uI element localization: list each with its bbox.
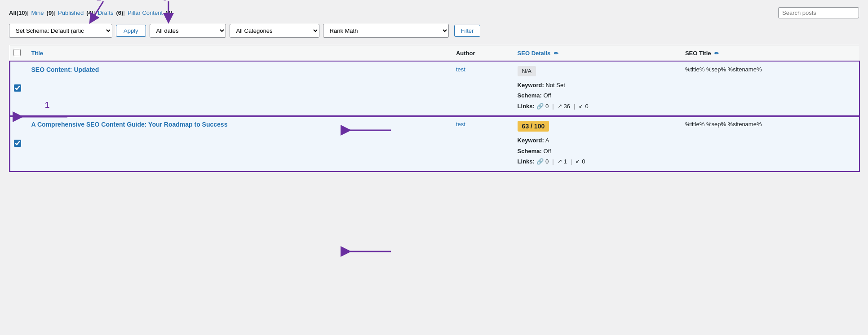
external-links-count: 1: [564, 156, 567, 167]
title-sort-link[interactable]: Title: [31, 50, 44, 57]
keyword-line: Keyword: A: [518, 135, 674, 145]
row-title-cell: SEO Content: Updated: [26, 62, 451, 116]
posts-table-body: SEO Content: UpdatedtestN/A Keyword: Not…: [10, 62, 859, 172]
filter-mine-link[interactable]: Mine: [31, 9, 44, 16]
col-header-author: Author: [451, 45, 512, 62]
other-link-icon: ↙: [576, 157, 580, 167]
filter-drafts-count: (6): [116, 9, 123, 16]
links-line: Links: 🔗 0 | ↗ 36 | ↙ 0: [518, 101, 674, 111]
select-all-checkbox[interactable]: [13, 49, 21, 56]
filter-all-count-val: (10): [17, 9, 27, 16]
apply-button[interactable]: Apply: [116, 25, 146, 37]
keyword-line: Keyword: Not Set: [518, 80, 674, 90]
filter-drafts-link[interactable]: Drafts: [98, 9, 114, 16]
bulk-action-select-wrapper[interactable]: Set Schema: Default (artic: [9, 24, 112, 38]
rank-math-select-wrapper[interactable]: Rank Math: [323, 24, 449, 38]
internal-links-count: 0: [545, 101, 549, 111]
external-links-count: 36: [564, 101, 570, 111]
posts-table-container: Title Author SEO Details ✏ SEO Title ✏: [9, 45, 859, 171]
seo-details-text: Keyword: A Schema: Off Links: 🔗 0 | ↗ 1 …: [518, 135, 674, 167]
other-links-count: 0: [585, 101, 588, 111]
table-row: SEO Content: UpdatedtestN/A Keyword: Not…: [10, 62, 859, 116]
posts-table: Title Author SEO Details ✏ SEO Title ✏: [9, 45, 859, 171]
post-title-link[interactable]: SEO Content: Updated: [31, 66, 99, 73]
filter-pillar-count: (0): [165, 9, 173, 16]
filter-pillar-link[interactable]: Pillar Content: [128, 9, 163, 16]
table-header-row: Title Author SEO Details ✏ SEO Title ✏: [10, 45, 859, 62]
row-checkbox[interactable]: [14, 140, 21, 147]
all-categories-select[interactable]: All Categories: [230, 24, 319, 37]
row-seo-details-cell: N/A Keyword: Not Set Schema: Off Links: …: [512, 62, 680, 116]
bulk-action-select[interactable]: Set Schema: Default (artic: [9, 24, 112, 37]
filter-published-count: (4): [86, 9, 93, 16]
link-icon: 🔗: [536, 156, 544, 167]
col-header-seo-details: SEO Details ✏: [512, 45, 680, 62]
filter-mine-count: (9): [47, 9, 54, 16]
seo-score-na: N/A: [518, 66, 536, 76]
author-link[interactable]: test: [456, 121, 465, 128]
internal-links-count: 0: [545, 156, 549, 167]
row-checkbox-cell[interactable]: [10, 62, 26, 116]
table-row: A Comprehensive SEO Content Guide: Your …: [10, 116, 859, 172]
other-links-count: 0: [582, 156, 585, 167]
search-posts-input[interactable]: [778, 7, 859, 18]
filter-all-label: All: [9, 9, 17, 16]
all-categories-select-wrapper[interactable]: All Categories: [230, 24, 319, 38]
col-header-title[interactable]: Title: [26, 45, 451, 62]
seo-details-edit-icon[interactable]: ✏: [554, 50, 558, 57]
post-title-link[interactable]: A Comprehensive SEO Content Guide: Your …: [31, 121, 228, 128]
row-author-cell: test: [451, 62, 512, 116]
row-seo-title-cell: %title% %sep% %sitename%: [680, 62, 859, 116]
filter-published-link[interactable]: Published: [58, 9, 84, 16]
links-line: Links: 🔗 0 | ↗ 1 | ↙ 0: [518, 156, 674, 167]
row-seo-title-cell: %title% %sep% %sitename%: [680, 116, 859, 172]
external-link-icon: ↗: [558, 101, 562, 111]
row-title-cell: A Comprehensive SEO Content Guide: Your …: [26, 116, 451, 172]
svg-text:2: 2: [97, 0, 101, 2]
external-link-icon: ↗: [558, 157, 562, 167]
row-checkbox[interactable]: [14, 84, 21, 92]
seo-title-edit-icon[interactable]: ✏: [714, 50, 719, 57]
schema-line: Schema: Off: [518, 90, 674, 101]
rank-math-select[interactable]: Rank Math: [323, 24, 448, 37]
filter-links-bar: All (10) | Mine (9) | Published (4) | Dr…: [9, 7, 859, 18]
link-icon: 🔗: [536, 101, 544, 111]
all-dates-select-wrapper[interactable]: All dates: [150, 24, 226, 38]
schema-line: Schema: Off: [518, 146, 674, 156]
row-author-cell: test: [451, 116, 512, 172]
seo-details-text: Keyword: Not Set Schema: Off Links: 🔗 0 …: [518, 80, 674, 111]
annotation-arrow-schema2: [306, 238, 395, 265]
author-link[interactable]: test: [456, 66, 465, 73]
other-link-icon: ↙: [579, 101, 583, 111]
seo-score-value: 63 / 100: [518, 121, 549, 132]
action-bar: Set Schema: Default (artic Apply All dat…: [9, 24, 859, 38]
row-checkbox-cell[interactable]: [10, 116, 26, 172]
all-dates-select[interactable]: All dates: [150, 24, 226, 37]
col-header-checkbox[interactable]: [10, 45, 26, 62]
svg-text:3: 3: [163, 0, 167, 2]
col-header-seo-title: SEO Title ✏: [680, 45, 859, 62]
row-seo-details-cell: 63 / 100 Keyword: A Schema: Off Links: 🔗…: [512, 116, 680, 172]
filter-button[interactable]: Filter: [454, 25, 481, 37]
